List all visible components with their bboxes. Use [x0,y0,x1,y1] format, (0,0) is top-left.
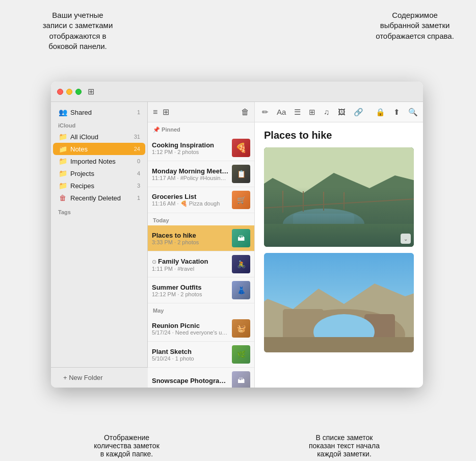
share-icon[interactable]: ⬆ [391,107,402,118]
note-item-outfits[interactable]: Summer Outfits 12:12 PM · 2 photos 👗 [148,277,254,303]
note-text-snow: Snowscape Photography [152,377,229,385]
note-title-vacation: Family Vacation [158,258,208,265]
sidebar-item-imported-notes-count: 0 [137,158,140,164]
note-meta-groceries: 11:16 AM · 🍕 Pizza dough [152,200,229,207]
new-folder-button[interactable]: + New Folder [56,371,143,385]
link-icon[interactable]: 🔗 [352,107,365,118]
notes-list-scroll[interactable]: 📌 Pinned Cooking Inspiration 1:12 PM · 2… [148,122,254,388]
all-icloud-folder-icon: 📁 [58,132,67,141]
sidebar: 👥 Shared 1 iCloud 📁 All iCloud 31 📁 Note… [51,102,148,388]
font-icon[interactable]: Aa [275,107,288,117]
pinned-section-header: 📌 Pinned [148,122,254,135]
delete-note-icon[interactable]: 🗑 [241,108,249,117]
sidebar-item-projects-label: Projects [70,170,137,177]
imported-notes-folder-icon: 📁 [58,157,67,166]
annotation-bottom-right: В списке заметок показан текст начала ка… [288,433,401,458]
sidebar-tags-header: Tags [51,204,147,217]
image-expand-button-1[interactable]: ⌄ [401,234,411,244]
sidebar-item-all-icloud[interactable]: 📁 All iCloud 31 [53,131,145,143]
sidebar-item-all-icloud-count: 31 [134,134,140,140]
sidebar-item-imported-notes[interactable]: 📁 Imported Notes 0 [53,155,145,167]
annotation-top-right: Содержимое выбранной заметки отображаетс… [364,10,466,41]
lock-icon[interactable]: 🔒 [374,107,387,118]
sidebar-item-shared[interactable]: 👥 Shared 1 [53,106,145,118]
note-title-groceries: Groceries List [152,193,229,200]
note-text-plant: Plant Sketch 5/10/24 · 1 photo [152,348,229,362]
svg-point-2 [283,209,364,239]
note-title-snow: Snowscape Photography [152,377,229,385]
grid-view-icon[interactable]: ⊞ [163,107,169,117]
traffic-lights [57,89,82,95]
note-meta-cooking: 1:12 PM · 2 photos [152,149,229,155]
edit-icon[interactable]: ✏ [260,107,271,118]
recently-deleted-icon: 🗑 [58,193,67,202]
outer-wrapper: Ваши учетные записи с заметками отобража… [0,10,476,461]
sidebar-item-notes[interactable]: 📁 Notes 24 [53,143,145,155]
note-text-meeting: Monday Morning Meeting 11:17 AM · #Polic… [152,167,229,181]
annotation-top-left: Ваши учетные записи с заметками отобража… [31,10,125,52]
note-item-groceries[interactable]: Groceries List 11:16 AM · 🍕 Pizza dough … [148,187,254,213]
note-thumb-vacation: 🚴 [232,255,250,273]
svg-rect-10 [264,224,414,247]
sidebar-icloud-header: iCloud [51,118,147,131]
note-item-snow[interactable]: Snowscape Photography 🏔 [148,368,254,388]
projects-folder-icon: 📁 [58,169,67,178]
sidebar-item-recipes[interactable]: 📁 Recipes 3 [53,180,145,192]
annotation-bottom-left: Отображение количества заметок в каждой … [76,433,178,458]
note-meta-hike: 3:33 PM · 2 photos [152,239,229,245]
note-title-reunion: Reunion Picnic [152,322,229,329]
sidebar-item-projects-count: 4 [137,170,140,176]
sidebar-toggle-button[interactable]: ⊞ [88,87,94,96]
note-detail-title: Places to hike [264,130,414,141]
svg-line-4 [264,198,414,209]
new-folder-label: + New Folder [63,374,103,381]
note-thumb-plant: 🌿 [232,345,250,364]
note-thumb-outfits: 👗 [232,281,250,299]
note-meta-outfits: 12:12 PM · 2 photos [152,291,229,297]
note-item-hike[interactable]: Places to hike 3:33 PM · 2 photos 🏔 [148,225,254,251]
search-icon[interactable]: 🔍 [406,107,420,118]
note-text-cooking: Cooking Inspiration 1:12 PM · 2 photos [152,141,229,155]
note-meta-vacation: 1:11 PM · #travel [152,266,229,272]
sidebar-item-projects[interactable]: 📁 Projects 4 [53,167,145,180]
svg-rect-0 [264,147,414,247]
sidebar-item-all-icloud-label: All iCloud [70,133,134,141]
minimize-button[interactable] [66,89,72,95]
recipes-folder-icon: 📁 [58,181,67,190]
note-thumb-snow: 🏔 [232,371,250,388]
shared-icon: 👥 [58,108,67,117]
sidebar-item-recently-deleted[interactable]: 🗑 Recently Deleted 1 [53,192,145,204]
sidebar-item-recently-deleted-count: 1 [137,195,140,201]
media-icon[interactable]: 🖼 [336,107,348,117]
note-image-landscape-2 [264,253,414,352]
note-text-outfits: Summer Outfits 12:12 PM · 2 photos [152,284,229,297]
notes-folder-icon: 📁 [58,144,67,153]
note-meta-meeting: 11:17 AM · #Policy #Housing… [152,175,229,181]
note-image-2 [264,253,414,352]
close-button[interactable] [57,89,63,95]
note-item-plant[interactable]: Plant Sketch 5/10/24 · 1 photo 🌿 [148,342,254,368]
note-detail-scroll[interactable]: Places to hike [255,122,423,388]
audio-icon[interactable]: ♫ [322,107,331,117]
note-item-vacation[interactable]: ⊙ Family Vacation 1:11 PM · #travel 🚴 [148,251,254,277]
notes-list-toolbar: ≡ ⊞ 🗑 [148,102,254,122]
table-icon[interactable]: ⊞ [307,107,318,118]
sidebar-item-notes-count: 24 [134,146,140,152]
sidebar-item-recipes-count: 3 [137,183,140,189]
maximize-button[interactable] [75,89,82,95]
note-item-reunion[interactable]: Reunion Picnic 5/17/24 · Need everyone's… [148,316,254,342]
checklist-icon[interactable]: ☰ [292,107,303,118]
note-image-1: ⌄ [264,147,414,247]
note-title-cooking: Cooking Inspiration [152,141,229,149]
svg-rect-3 [293,214,354,239]
shared-note-icon: ⊙ [152,259,158,265]
list-view-icon[interactable]: ≡ [153,108,157,117]
sidebar-item-recently-deleted-label: Recently Deleted [70,194,137,202]
content-area: 👥 Shared 1 iCloud 📁 All iCloud 31 📁 Note… [51,102,423,388]
note-item-meeting[interactable]: Monday Morning Meeting 11:17 AM · #Polic… [148,161,254,187]
note-text-hike: Places to hike 3:33 PM · 2 photos [152,232,229,245]
note-item-cooking[interactable]: Cooking Inspiration 1:12 PM · 2 photos 🍕 [148,135,254,161]
note-text-vacation: ⊙ Family Vacation 1:11 PM · #travel [152,257,229,272]
may-section-header: May [148,303,254,316]
note-meta-reunion: 5/17/24 · Need everyone's u… [152,329,229,336]
